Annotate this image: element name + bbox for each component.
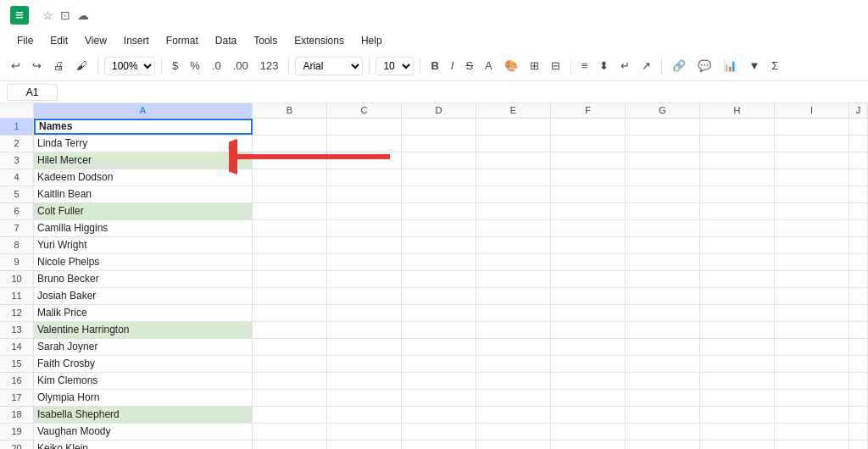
cell-J15[interactable] (849, 356, 868, 372)
row-number[interactable]: 20 (0, 441, 34, 449)
row-number[interactable]: 11 (0, 288, 34, 304)
row-number[interactable]: 17 (0, 390, 34, 406)
cell-H14[interactable] (700, 339, 775, 355)
cell-E6[interactable] (476, 203, 551, 219)
cell-a14[interactable]: Sarah Joyner (34, 339, 253, 355)
cell-E9[interactable] (476, 254, 551, 270)
cell-G6[interactable] (626, 203, 700, 219)
cell-C13[interactable] (327, 322, 402, 338)
cell-a7[interactable]: Camilla Higgins (34, 220, 253, 236)
valign-btn[interactable]: ⬍ (595, 57, 613, 75)
cell-D14[interactable] (402, 339, 476, 355)
present-icon[interactable]: ⊡ (60, 8, 70, 22)
cell-F4[interactable] (551, 169, 626, 186)
cell-D1[interactable] (402, 119, 476, 135)
cell-D19[interactable] (402, 424, 476, 440)
cell-G16[interactable] (626, 373, 700, 389)
cell-J13[interactable] (849, 322, 868, 338)
cell-a5[interactable]: Kaitlin Bean (34, 186, 253, 202)
cell-F1[interactable] (551, 119, 626, 135)
cell-C10[interactable] (327, 271, 402, 287)
cell-a2[interactable]: Linda Terry (34, 136, 253, 152)
cell-C17[interactable] (327, 390, 402, 406)
cell-E15[interactable] (476, 356, 551, 372)
cell-E19[interactable] (476, 424, 551, 440)
cell-J18[interactable] (849, 407, 868, 423)
text-color-btn[interactable]: A (481, 57, 497, 75)
cell-G2[interactable] (626, 136, 700, 152)
menu-format[interactable]: Format (159, 33, 205, 48)
cell-B20[interactable] (253, 441, 327, 449)
cell-B10[interactable] (253, 271, 327, 287)
cell-D18[interactable] (402, 407, 476, 423)
cell-E11[interactable] (476, 288, 551, 304)
row-number[interactable]: 2 (0, 136, 34, 152)
cell-C14[interactable] (327, 339, 402, 355)
comment-btn[interactable]: 💬 (693, 57, 715, 75)
cell-B12[interactable] (253, 305, 327, 321)
cell-H12[interactable] (700, 305, 775, 321)
cell-H13[interactable] (700, 322, 775, 338)
cell-B7[interactable] (253, 220, 327, 236)
cell-J12[interactable] (849, 305, 868, 321)
cell-C11[interactable] (327, 288, 402, 304)
cell-D4[interactable] (402, 169, 476, 186)
cell-D2[interactable] (402, 136, 476, 152)
currency-btn[interactable]: $ (168, 57, 182, 75)
cell-D11[interactable] (402, 288, 476, 304)
cell-G15[interactable] (626, 356, 700, 372)
cell-B18[interactable] (253, 407, 327, 423)
row-number[interactable]: 18 (0, 407, 34, 423)
cell-I6[interactable] (775, 203, 849, 219)
cell-J17[interactable] (849, 390, 868, 406)
row-number[interactable]: 13 (0, 322, 34, 338)
cell-B2[interactable] (253, 136, 327, 152)
cell-C7[interactable] (327, 220, 402, 236)
cell-C2[interactable] (327, 136, 402, 152)
cell-G20[interactable] (626, 441, 700, 449)
cell-E7[interactable] (476, 220, 551, 236)
cell-B15[interactable] (253, 356, 327, 372)
cell-C6[interactable] (327, 203, 402, 219)
cell-D17[interactable] (402, 390, 476, 406)
cell-C4[interactable] (327, 169, 402, 186)
cell-B3[interactable] (253, 152, 327, 169)
menu-view[interactable]: View (78, 33, 114, 48)
cell-J6[interactable] (849, 203, 868, 219)
link-btn[interactable]: 🔗 (668, 57, 690, 75)
cell-reference[interactable] (7, 84, 58, 101)
cell-B11[interactable] (253, 288, 327, 304)
cell-a15[interactable]: Faith Crosby (34, 356, 253, 372)
cell-E20[interactable] (476, 441, 551, 449)
col-header-f[interactable]: F (551, 103, 626, 118)
format123-btn[interactable]: 123 (256, 57, 283, 75)
rotate-btn[interactable]: ↗ (637, 57, 655, 75)
paint-format-btn[interactable]: 🖌 (72, 57, 92, 75)
cell-I11[interactable] (775, 288, 849, 304)
row-number[interactable]: 1 (0, 119, 34, 135)
cell-F6[interactable] (551, 203, 626, 219)
cell-I8[interactable] (775, 237, 849, 253)
col-header-b[interactable]: B (253, 103, 327, 118)
font-select[interactable]: Arial (295, 57, 363, 75)
cell-H20[interactable] (700, 441, 775, 449)
col-header-i[interactable]: I (775, 103, 849, 118)
cell-I12[interactable] (775, 305, 849, 321)
cell-G13[interactable] (626, 322, 700, 338)
menu-extensions[interactable]: Extensions (287, 33, 351, 48)
cell-F16[interactable] (551, 373, 626, 389)
cell-B17[interactable] (253, 390, 327, 406)
chart-btn[interactable]: 📊 (719, 57, 741, 75)
cell-I5[interactable] (775, 186, 849, 202)
col-header-h[interactable]: H (700, 103, 775, 118)
halign-btn[interactable]: ≡ (577, 57, 593, 75)
cell-H15[interactable] (700, 356, 775, 372)
cell-D10[interactable] (402, 271, 476, 287)
cell-I13[interactable] (775, 322, 849, 338)
cell-B5[interactable] (253, 186, 327, 202)
cell-a11[interactable]: Josiah Baker (34, 288, 253, 304)
menu-insert[interactable]: Insert (117, 33, 156, 48)
row-number[interactable]: 9 (0, 254, 34, 270)
cell-F9[interactable] (551, 254, 626, 270)
cell-a19[interactable]: Vaughan Moody (34, 424, 253, 440)
